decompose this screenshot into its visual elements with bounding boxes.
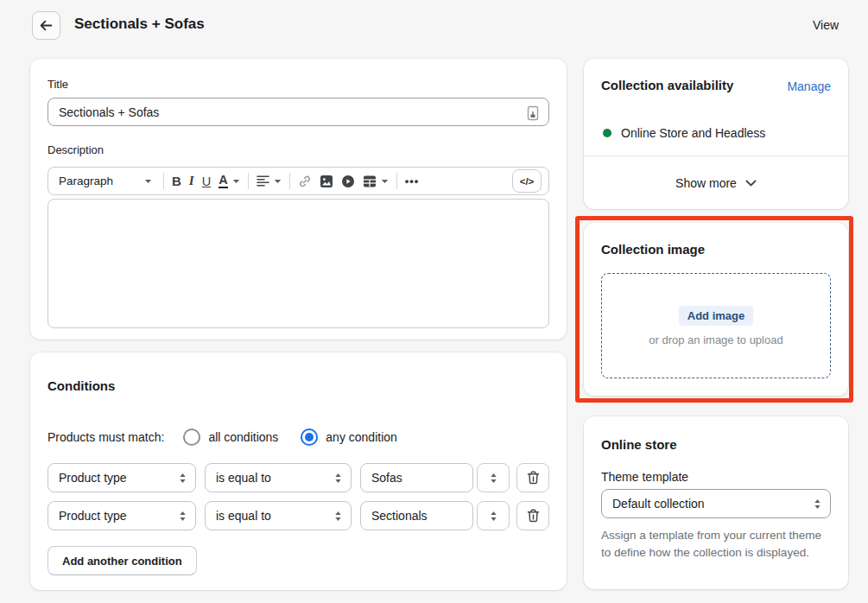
green-status-dot (603, 129, 611, 137)
radio-unchecked-icon (183, 428, 200, 446)
condition-value-input[interactable] (360, 501, 473, 530)
chevron-down-icon (232, 179, 240, 184)
updown-icon (814, 498, 821, 510)
radio-any-label: any condition (326, 430, 397, 444)
online-store-card: Online store Theme template Default coll… (584, 416, 848, 589)
condition-operator-select[interactable]: is equal to (205, 501, 352, 530)
image-icon (320, 175, 333, 188)
updown-icon (334, 511, 342, 522)
theme-template-help-text: Assign a template from your current them… (601, 527, 833, 562)
condition-row: Product type is equal to (48, 463, 549, 492)
image-dropzone[interactable]: Add image or drop an image to upload (601, 273, 831, 378)
collection-image-heading: Collection image (601, 242, 705, 257)
condition-value-stepper[interactable] (477, 463, 510, 492)
updown-icon (490, 511, 497, 522)
code-view-button[interactable]: </> (512, 169, 542, 193)
title-label: Title (48, 78, 68, 91)
conditions-card: Conditions Products must match: all cond… (30, 352, 567, 590)
conditions-heading: Conditions (48, 378, 115, 393)
video-icon (341, 175, 355, 188)
back-arrow-icon (39, 18, 54, 33)
theme-template-label: Theme template (601, 470, 688, 484)
back-button[interactable] (32, 11, 60, 40)
collection-availability-card: Collection availability Manage Online St… (584, 59, 848, 209)
availability-heading: Collection availability (601, 78, 733, 92)
collection-image-card: Collection image Add image or drop an im… (584, 223, 848, 396)
radio-any-condition[interactable]: any condition (301, 428, 397, 446)
chevron-down-icon (745, 180, 757, 187)
toolbar-divider (396, 173, 397, 189)
rich-text-toolbar: Paragraph B I U A (48, 167, 549, 195)
condition-field-select[interactable]: Product type (48, 501, 196, 530)
add-image-button[interactable]: Add image (679, 306, 753, 326)
drop-hint-text: or drop an image to upload (649, 333, 782, 346)
updown-icon (334, 473, 342, 484)
view-button[interactable]: View (813, 18, 839, 32)
delete-condition-button[interactable] (516, 463, 549, 492)
chevron-down-icon (274, 179, 282, 184)
condition-operator-select[interactable]: is equal to (205, 463, 352, 492)
updown-icon (179, 511, 187, 522)
description-editor[interactable] (48, 199, 549, 328)
radio-checked-icon (301, 428, 318, 446)
autofill-extension-icon[interactable] (524, 104, 542, 123)
updown-icon (179, 473, 187, 484)
match-row: Products must match: all conditions any … (48, 428, 397, 446)
description-label: Description (48, 143, 104, 156)
italic-button[interactable]: I (189, 174, 194, 188)
title-input[interactable] (48, 98, 549, 126)
channel-row: Online Store and Headless (603, 126, 765, 140)
alignment-button[interactable] (257, 175, 282, 187)
chevron-down-icon (381, 179, 389, 184)
delete-condition-button[interactable] (516, 501, 549, 530)
toolbar-divider (289, 173, 290, 189)
condition-value-stepper[interactable] (477, 501, 510, 530)
underline-button[interactable]: U (202, 175, 211, 188)
trash-icon (527, 471, 540, 485)
table-icon (363, 175, 377, 188)
show-more-button[interactable]: Show more (584, 156, 848, 209)
page-title: Sectionals + Sofas (74, 16, 205, 33)
text-color-button[interactable]: A (219, 174, 239, 188)
chevron-down-icon (144, 179, 152, 184)
match-label: Products must match: (48, 430, 164, 444)
condition-field-select[interactable]: Product type (48, 463, 196, 492)
link-icon (298, 175, 312, 188)
manage-link[interactable]: Manage (787, 79, 831, 93)
updown-icon (490, 473, 497, 484)
insert-image-button[interactable] (320, 175, 333, 188)
add-condition-button[interactable]: Add another condition (48, 546, 197, 575)
toolbar-divider (248, 173, 249, 189)
insert-link-button[interactable] (298, 175, 312, 188)
insert-table-button[interactable] (363, 175, 389, 188)
condition-value-input[interactable] (360, 463, 473, 492)
paragraph-style-dropdown[interactable]: Paragraph (59, 175, 155, 187)
radio-all-conditions[interactable]: all conditions (183, 428, 278, 446)
radio-all-label: all conditions (208, 430, 278, 444)
bold-button[interactable]: B (172, 174, 181, 188)
details-card: Title Description Paragraph B I U A (30, 59, 567, 340)
align-left-icon (257, 175, 269, 187)
more-tools-button[interactable]: ••• (405, 175, 420, 187)
online-store-heading: Online store (601, 437, 677, 452)
insert-video-button[interactable] (341, 175, 355, 188)
channel-label: Online Store and Headless (621, 126, 765, 140)
toolbar-divider (163, 173, 164, 189)
trash-icon (527, 509, 540, 523)
condition-row: Product type is equal to (48, 501, 549, 530)
theme-template-select[interactable]: Default collection (601, 489, 831, 518)
